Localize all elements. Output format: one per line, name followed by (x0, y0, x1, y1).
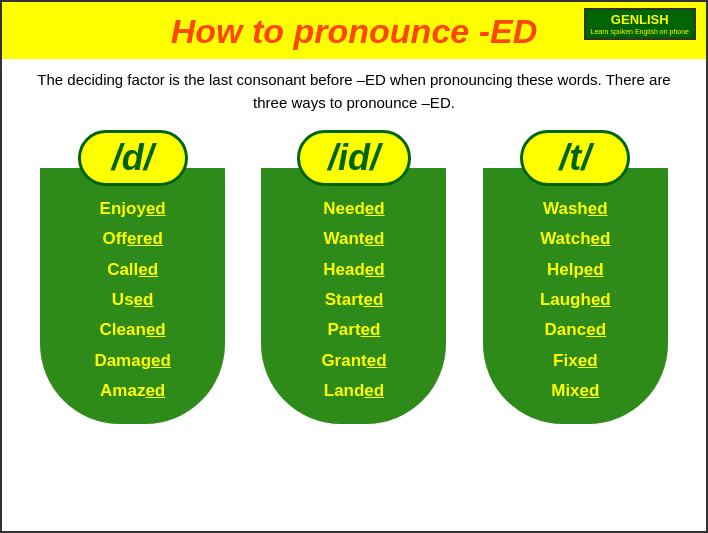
word-laughed: Laughed (540, 287, 611, 313)
logo-main: GENLISH (611, 12, 669, 27)
word-cleaned: Cleaned (100, 317, 166, 343)
word-called: Called (107, 257, 158, 283)
label-d: /d/ (78, 130, 188, 186)
header-bar: GENLISH Learn spoken English on phone Ho… (2, 2, 706, 59)
logo: GENLISH Learn spoken English on phone (584, 8, 696, 40)
word-watched: Watched (540, 226, 610, 252)
body-id: Needed Wanted Headed Started Parted Gran… (261, 168, 446, 424)
label-t: /t/ (520, 130, 630, 186)
column-t: /t/ Washed Watched Helped Laughed Danced… (475, 130, 675, 424)
subtitle: The deciding factor is the last consonan… (2, 59, 706, 120)
word-landed: Landed (324, 378, 384, 404)
word-wanted: Wanted (324, 226, 385, 252)
body-t: Washed Watched Helped Laughed Danced Fix… (483, 168, 668, 424)
word-granted: Granted (321, 348, 386, 374)
word-washed: Washed (543, 196, 608, 222)
word-parted: Parted (328, 317, 381, 343)
word-danced: Danced (545, 317, 606, 343)
logo-sub: Learn spoken English on phone (591, 28, 689, 36)
word-started: Started (325, 287, 384, 313)
word-needed: Needed (323, 196, 384, 222)
word-used: Used (112, 287, 154, 313)
word-fixed: Fixed (553, 348, 597, 374)
column-id: /id/ Needed Wanted Headed Started Parted… (254, 130, 454, 424)
label-id: /id/ (297, 130, 411, 186)
word-helped: Helped (547, 257, 604, 283)
word-offered: Offered (102, 226, 162, 252)
word-damaged: Damaged (94, 348, 171, 374)
page: GENLISH Learn spoken English on phone Ho… (0, 0, 708, 533)
word-enjoyed: Enjoyed (100, 196, 166, 222)
word-amazed: Amazed (100, 378, 165, 404)
columns-container: /d/ Enjoyed Offered Called Used Cleaned … (2, 120, 706, 434)
word-mixed: Mixed (551, 378, 599, 404)
body-d: Enjoyed Offered Called Used Cleaned Dama… (40, 168, 225, 424)
column-d: /d/ Enjoyed Offered Called Used Cleaned … (33, 130, 233, 424)
word-headed: Headed (323, 257, 384, 283)
